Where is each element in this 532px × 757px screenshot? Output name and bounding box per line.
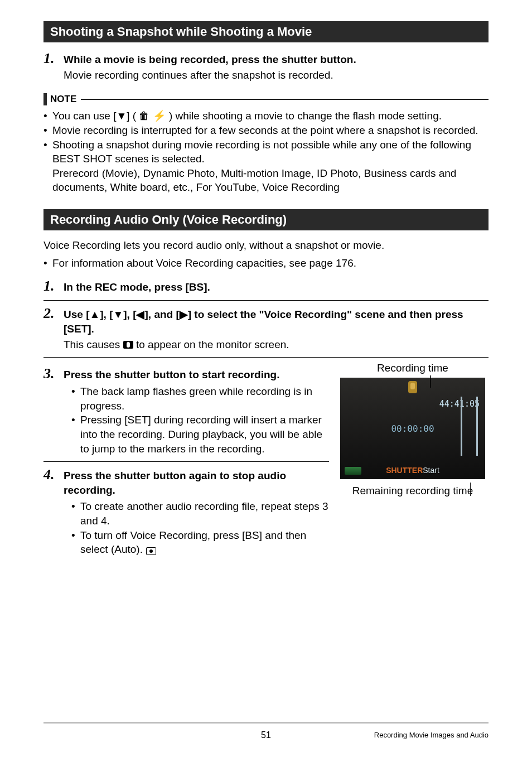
page-number: 51: [261, 730, 271, 740]
step-title: In the REC mode, press [BS].: [64, 280, 489, 295]
section-header-snapshot: Shooting a Snapshot while Shooting a Mov…: [43, 21, 489, 42]
divider: [43, 357, 489, 358]
step-bullet: The back lamp flashes green while record…: [64, 384, 329, 413]
start-word: Start: [423, 466, 439, 475]
note-label: NOTE: [50, 94, 76, 105]
voice-record-icon: [123, 341, 133, 349]
step-b: 2. Use [▲], [▼], [◀], and [▶] to select …: [43, 305, 489, 351]
step-number: 4.: [43, 466, 64, 483]
auto-mode-icon: [146, 547, 156, 555]
footer-divider: [43, 722, 489, 724]
note-divider: [81, 99, 489, 100]
note-block: NOTE You can use [▼] ( 🗑 ⚡ ) while shoot…: [43, 93, 489, 195]
step-bullet: To create another audio recording file, …: [64, 499, 329, 528]
step-d: 4. Press the shutter button again to sto…: [43, 466, 329, 557]
step-number: 3.: [43, 365, 64, 382]
step-text: Movie recording continues after the snap…: [64, 68, 489, 83]
step-number: 2.: [43, 305, 64, 322]
step-c: 3. Press the shutter button to start rec…: [43, 365, 329, 456]
step-number: 1.: [43, 50, 64, 67]
voice-intro: Voice Recording lets you record audio on…: [43, 238, 489, 253]
voice-icon: [408, 381, 417, 393]
divider: [43, 461, 329, 462]
recording-time-label: Recording time: [337, 362, 489, 374]
step-bullet: Pressing [SET] during recording will ins…: [64, 413, 329, 456]
battery-icon: [345, 467, 361, 475]
note-stub-icon: [43, 93, 47, 105]
section-header-voice: Recording Audio Only (Voice Recording): [43, 209, 489, 230]
step-1: 1. While a movie is being recorded, pres…: [43, 50, 489, 82]
step-bullet: To turn off Voice Recording, press [BS] …: [64, 528, 329, 557]
step-title: While a movie is being recorded, press t…: [64, 52, 489, 67]
text-pre: This causes: [64, 339, 123, 350]
camera-lcd-preview: 44:41:05 00:00:00 SHUTTERStart: [340, 378, 485, 479]
elapsed-time-value: 00:00:00: [391, 423, 434, 434]
voice-intro-bullet: For information about Voice Recording ca…: [43, 256, 489, 271]
step-text: This causes to appear on the monitor scr…: [64, 337, 489, 352]
note-item: Movie recording is interrupted for a few…: [43, 123, 489, 138]
step-title: Press the shutter button again to stop a…: [64, 469, 329, 497]
note-item: Shooting a snapshot during movie recordi…: [43, 138, 489, 166]
step-title: Press the shutter button to start record…: [64, 368, 329, 382]
level-bar-right: [476, 397, 478, 456]
footer-section-name: Recording Movie Images and Audio: [374, 731, 489, 739]
text-post: to appear on the monitor screen.: [136, 339, 289, 350]
level-bar-left: [461, 397, 462, 456]
divider: [43, 300, 489, 301]
note-extra: Prerecord (Movie), Dynamic Photo, Multi-…: [43, 166, 489, 195]
step-title: Use [▲], [▼], [◀], and [▶] to select the…: [64, 307, 489, 336]
step-number: 1.: [43, 278, 64, 295]
shutter-start-label: SHUTTERStart: [386, 466, 439, 475]
remaining-recording-time-label: Remaining recording time: [337, 485, 489, 497]
shutter-word: SHUTTER: [386, 466, 423, 475]
note-item: You can use [▼] ( 🗑 ⚡ ) while shooting a…: [43, 109, 489, 123]
step-a: 1. In the REC mode, press [BS].: [43, 278, 489, 295]
remaining-time-value: 44:41:05: [439, 399, 480, 409]
